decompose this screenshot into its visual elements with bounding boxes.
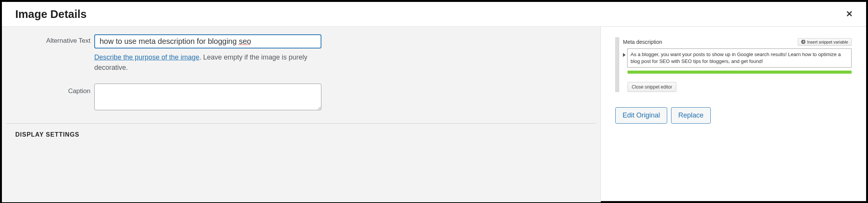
content-area: Alternative Text how to use meta descrip… <box>2 27 866 202</box>
describe-purpose-link[interactable]: Describe the purpose of the image <box>94 53 199 61</box>
caption-input[interactable] <box>94 84 321 110</box>
dialog-header: Image Details ✕ <box>2 2 866 27</box>
meta-description-input[interactable]: As a blogger, you want your posts to sho… <box>627 48 852 68</box>
alt-text-help: Describe the purpose of the image. Leave… <box>94 52 321 73</box>
image-details-dialog: Image Details ✕ Alternative Text how to … <box>2 2 866 201</box>
meta-description-label: Meta description <box>623 39 662 45</box>
edit-original-button[interactable]: Edit Original <box>615 107 667 124</box>
alt-text-value-spellcheck: seo <box>239 37 251 45</box>
alt-text-control: how to use meta description for blogging… <box>94 34 321 73</box>
snippet-scrollbar[interactable] <box>615 37 619 92</box>
left-panel: Alternative Text how to use meta descrip… <box>2 27 601 202</box>
snippet-box: Meta description + Insert snippet variab… <box>623 37 852 92</box>
alt-text-value-plain: how to use meta description for blogging <box>100 37 239 45</box>
snippet-editor: Meta description + Insert snippet variab… <box>615 37 852 92</box>
right-panel: Meta description + Insert snippet variab… <box>601 27 866 202</box>
display-settings-heading: DISPLAY SETTINGS <box>2 131 600 138</box>
replace-button[interactable]: Replace <box>671 107 711 124</box>
snippet-header: Meta description + Insert snippet variab… <box>623 37 852 46</box>
insert-variable-label: Insert snippet variable <box>807 40 848 44</box>
dialog-title: Image Details <box>15 8 87 21</box>
plus-circle-icon: + <box>801 40 805 44</box>
close-icon: ✕ <box>846 9 853 19</box>
caret-right-icon <box>623 52 626 58</box>
svg-marker-0 <box>623 53 626 57</box>
caption-control <box>94 84 321 112</box>
close-snippet-editor-button[interactable]: Close snippet editor <box>628 82 676 92</box>
seo-progress-bar <box>628 71 852 74</box>
insert-snippet-variable-button[interactable]: + Insert snippet variable <box>798 38 852 46</box>
caption-row: Caption <box>2 84 600 112</box>
action-buttons: Edit Original Replace <box>615 107 852 124</box>
meta-textarea-wrap: As a blogger, you want your posts to sho… <box>623 48 852 68</box>
divider <box>6 123 596 124</box>
caption-label: Caption <box>6 84 94 95</box>
alt-text-label: Alternative Text <box>6 34 94 45</box>
close-button[interactable]: ✕ <box>844 7 855 21</box>
alt-text-input[interactable]: how to use meta description for blogging… <box>94 34 321 48</box>
alt-text-row: Alternative Text how to use meta descrip… <box>2 34 600 73</box>
